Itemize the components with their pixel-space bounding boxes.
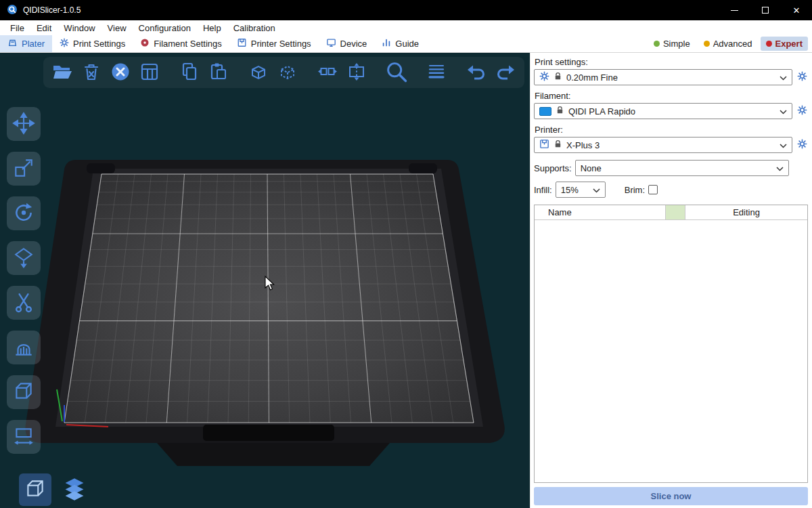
infill-combo[interactable]: 15% xyxy=(556,182,606,198)
arrange-icon xyxy=(139,61,160,85)
move-tool-button[interactable] xyxy=(7,107,41,141)
lock-icon xyxy=(554,140,562,150)
build-plate-scene xyxy=(0,53,530,507)
sidebar: Print settings: 0.20mm Fine Filament: QI… xyxy=(530,53,812,508)
tab-device[interactable]: Device xyxy=(319,35,375,52)
menu-help[interactable]: Help xyxy=(197,23,227,33)
scale-tool-button[interactable] xyxy=(7,152,41,186)
filament-combo[interactable]: QIDI PLA Rapido xyxy=(534,103,792,119)
printer-icon xyxy=(237,38,247,49)
preview-view-button[interactable] xyxy=(58,473,91,506)
redo-button[interactable] xyxy=(493,60,518,85)
minimize-icon xyxy=(731,10,738,11)
tab-guide[interactable]: Guide xyxy=(374,35,426,52)
paint-supports-tool-button[interactable] xyxy=(7,331,41,364)
mode-expert[interactable]: Expert xyxy=(761,37,808,51)
titlebar: QIDISlicer-1.0.5 ✕ xyxy=(0,0,812,20)
filament-gear-button[interactable] xyxy=(796,105,808,117)
copy-button[interactable] xyxy=(177,60,202,85)
print-settings-combo[interactable]: 0.20mm Fine xyxy=(534,69,792,85)
paste-icon xyxy=(208,61,229,85)
remove-instance-cube-icon xyxy=(277,61,298,85)
close-button[interactable]: ✕ xyxy=(781,0,812,20)
chevron-down-icon xyxy=(780,72,787,83)
supports-label: Supports: xyxy=(534,163,572,173)
mode-selector: Simple Advanced Expert xyxy=(648,35,812,52)
object-list-body[interactable] xyxy=(535,220,807,482)
split-to-parts-button[interactable] xyxy=(344,60,369,85)
advanced-mode-dot-icon xyxy=(704,41,710,47)
tab-plater[interactable]: Plater xyxy=(0,35,52,52)
menubar: File Edit Window View Configuration Help… xyxy=(0,20,812,35)
maximize-button[interactable] xyxy=(750,0,781,20)
gear-icon xyxy=(797,71,807,83)
scissors-icon xyxy=(12,291,35,316)
mode-label: Expert xyxy=(775,39,803,49)
app-window: QIDISlicer-1.0.5 ✕ File Edit Window View… xyxy=(0,0,812,508)
printer-icon xyxy=(539,139,549,151)
mode-simple[interactable]: Simple xyxy=(648,37,696,51)
remove-instance-button[interactable] xyxy=(275,60,300,85)
place-on-face-tool-button[interactable] xyxy=(7,241,41,275)
tabbar: Plater Print Settings Filament Settings … xyxy=(0,35,812,53)
menu-window[interactable]: Window xyxy=(58,23,101,33)
plater-icon xyxy=(7,38,18,49)
menu-view[interactable]: View xyxy=(102,23,133,33)
search-button[interactable] xyxy=(384,60,409,85)
split-to-objects-button[interactable] xyxy=(315,60,340,85)
column-header-name: Name xyxy=(535,205,665,219)
tab-filament-settings[interactable]: Filament Settings xyxy=(133,35,229,52)
seam-cube-icon xyxy=(12,380,35,405)
delete-all-button[interactable] xyxy=(108,60,133,85)
view-switch xyxy=(19,473,91,506)
3d-viewport[interactable] xyxy=(0,53,530,508)
place-on-face-icon xyxy=(12,246,35,271)
cut-tool-button[interactable] xyxy=(7,286,41,320)
mode-advanced[interactable]: Advanced xyxy=(698,37,758,51)
rotate-tool-button[interactable] xyxy=(7,196,41,230)
paste-button[interactable] xyxy=(206,60,231,85)
move-icon xyxy=(12,112,35,137)
expert-mode-dot-icon xyxy=(766,41,772,47)
slice-now-button[interactable]: Slice now xyxy=(534,487,808,505)
tab-printer-settings[interactable]: Printer Settings xyxy=(229,35,319,52)
seam-tool-button[interactable] xyxy=(7,375,41,409)
filament-value: QIDI PLA Rapido xyxy=(568,106,635,117)
mode-label: Advanced xyxy=(713,39,752,49)
sliced-layers-icon xyxy=(62,476,87,504)
printer-value: X-Plus 3 xyxy=(566,140,600,150)
printer-gear-button[interactable] xyxy=(796,139,808,151)
open-folder-icon xyxy=(51,61,73,85)
tab-print-settings[interactable]: Print Settings xyxy=(52,35,133,52)
layer-height-icon xyxy=(426,61,447,85)
brim-checkbox[interactable] xyxy=(648,185,658,194)
tab-label: Plater xyxy=(22,39,45,49)
minimize-button[interactable] xyxy=(719,0,750,20)
menu-file[interactable]: File xyxy=(4,23,30,33)
chevron-down-icon xyxy=(593,185,600,195)
supports-value: None xyxy=(581,163,602,173)
variable-layer-height-button[interactable] xyxy=(424,60,449,85)
print-settings-gear-button[interactable] xyxy=(796,71,808,83)
supports-combo[interactable]: None xyxy=(575,160,789,176)
measure-tool-button[interactable] xyxy=(7,420,41,454)
add-instance-button[interactable] xyxy=(246,60,271,85)
menu-configuration[interactable]: Configuration xyxy=(133,23,197,33)
arrange-button[interactable] xyxy=(137,60,162,85)
tab-label: Print Settings xyxy=(73,39,125,49)
column-header-extruder xyxy=(665,205,685,219)
menu-edit[interactable]: Edit xyxy=(30,23,58,33)
window-title: QIDISlicer-1.0.5 xyxy=(23,5,81,15)
3d-editor-view-button[interactable] xyxy=(19,473,51,506)
open-button[interactable] xyxy=(50,60,74,85)
undo-button[interactable] xyxy=(464,60,489,85)
device-icon xyxy=(326,38,336,49)
app-icon xyxy=(7,4,18,17)
menu-calibration[interactable]: Calibration xyxy=(227,23,281,33)
tab-label: Device xyxy=(340,39,367,49)
delete-button[interactable] xyxy=(79,60,104,85)
redo-arrow-icon xyxy=(495,61,516,85)
print-settings-value: 0.20mm Fine xyxy=(566,72,618,83)
printer-combo[interactable]: X-Plus 3 xyxy=(534,137,792,153)
filament-label: Filament: xyxy=(535,91,808,101)
